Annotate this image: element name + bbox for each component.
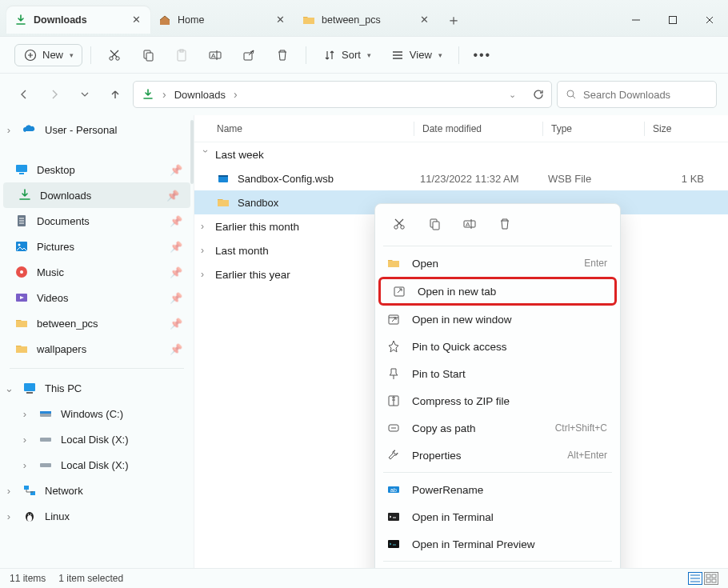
copy-button[interactable] [133,43,163,67]
sidebar-item-personal[interactable]: › User - Personal [0,117,194,142]
context-powerrename[interactable]: ab PowerRename [375,476,620,503]
home-icon [158,14,171,26]
address-row: › Downloads › ⌄ [0,74,728,115]
open-window-icon [386,312,401,326]
new-tab-button[interactable]: ＋ [442,8,466,32]
cut-icon [107,48,122,62]
context-pin-start[interactable]: Pin to Start [375,360,620,387]
terminal-preview-icon [386,537,401,551]
forward-button[interactable] [42,82,67,107]
copy-button[interactable] [420,212,449,236]
svg-rect-12 [244,53,252,60]
column-size[interactable]: Size [653,123,728,134]
svg-rect-65 [712,574,716,578]
sidebar-item-wallpapers[interactable]: wallpapers 📌 [0,336,194,362]
minimize-button[interactable] [618,6,654,34]
navigation-pane[interactable]: › User - Personal Desktop 📌 Downloads 📌 … [0,115,194,568]
sidebar-item-drive-x2[interactable]: › Local Disk (X:) [0,452,194,478]
close-button[interactable] [691,6,728,34]
column-name[interactable]: Name [217,123,414,134]
sidebar-item-drive-x1[interactable]: › Local Disk (X:) [0,426,194,452]
sidebar-item-linux[interactable]: › Linux [0,503,194,529]
sidebar-item-drive-c[interactable]: › Windows (C:) [0,401,194,426]
sidebar-item-downloads[interactable]: Downloads 📌 [3,182,190,208]
group-last-week[interactable]: › Last week [194,142,728,166]
separator [90,46,91,64]
sidebar-item-pictures[interactable]: Pictures 📌 [0,234,194,259]
tab-label: Downloads [34,14,87,26]
file-row-wsb[interactable]: Sandbox-Config.wsb 11/23/2022 11:32 AM W… [194,166,728,190]
sort-icon [322,48,337,62]
svg-point-4 [116,56,119,59]
svg-rect-6 [146,53,153,61]
view-button[interactable]: View ▾ [382,43,450,67]
cut-button[interactable] [385,212,414,236]
tab-between-pcs[interactable]: between_pcs ✕ [294,6,438,34]
address-bar[interactable]: › Downloads › ⌄ [133,81,552,108]
close-icon[interactable]: ✕ [274,14,286,26]
context-open[interactable]: Open Enter [375,250,620,277]
videos-icon [14,290,29,305]
context-compress-zip[interactable]: Compress to ZIP file [375,387,620,414]
context-open-new-window[interactable]: Open in new window [375,306,620,333]
sort-button[interactable]: Sort ▾ [314,43,379,67]
context-open-new-tab[interactable]: Open in new tab [378,277,617,306]
chevron-right-icon: › [162,88,166,101]
folder-icon [14,342,29,356]
sidebar-item-network[interactable]: › Network [0,478,194,503]
tab-downloads[interactable]: Downloads ✕ [6,6,150,34]
recent-button[interactable] [72,82,98,107]
more-button[interactable]: ••• [467,43,498,67]
sidebar-item-documents[interactable]: Documents 📌 [0,208,194,234]
copy-path-icon [386,421,401,435]
column-date[interactable]: ⌄Date modified [422,123,542,134]
svg-rect-1 [670,16,677,23]
context-pin-quick-access[interactable]: Pin to Quick access [375,333,620,360]
search-box[interactable] [557,81,717,108]
sidebar-item-between-pcs[interactable]: between_pcs 📌 [0,310,194,336]
new-label: New [42,49,63,61]
close-icon[interactable]: ✕ [130,14,142,26]
up-button[interactable] [102,82,128,107]
delete-button[interactable] [490,212,519,236]
rename-button[interactable]: A [200,43,230,67]
context-open-terminal-preview[interactable]: Open in Terminal Preview [375,530,620,558]
maximize-button[interactable] [654,6,691,34]
sidebar-item-desktop[interactable]: Desktop 📌 [0,157,194,182]
separator [458,46,459,64]
close-icon[interactable]: ✕ [418,14,430,26]
chevron-down-icon[interactable]: ⌄ [509,90,516,100]
sidebar-item-thispc[interactable]: ⌄ This PC [0,375,194,401]
pin-icon: 📌 [170,266,182,278]
refresh-button[interactable] [532,88,545,101]
thumbnails-layout-button[interactable] [704,572,718,585]
tab-home[interactable]: Home ✕ [150,6,294,34]
context-open-terminal[interactable]: Open in Terminal [375,503,620,530]
breadcrumb-segment[interactable]: Downloads [174,89,226,101]
new-button[interactable]: New ▾ [14,44,82,66]
delete-button[interactable] [267,43,298,67]
pin-icon: 📌 [170,318,182,330]
pin-icon: 📌 [170,343,182,355]
svg-point-41 [401,226,404,229]
pin-icon: 📌 [170,215,182,227]
chevron-right-icon: › [19,459,30,471]
sidebar-item-music[interactable]: Music 📌 [0,259,194,285]
context-properties[interactable]: Properties Alt+Enter [375,442,620,469]
window-controls [618,6,728,34]
chevron-right-icon: › [3,485,14,497]
search-input[interactable] [583,89,708,101]
column-type[interactable]: Type [551,123,644,134]
column-headers: Name ⌄Date modified Type Size [194,115,728,142]
cut-button[interactable] [99,43,130,67]
paste-button[interactable] [166,43,197,67]
sidebar-label: Pictures [37,241,74,253]
sidebar-item-videos[interactable]: Videos 📌 [0,285,194,310]
sidebar-label: Windows (C:) [61,408,123,420]
rename-button[interactable]: A [455,212,484,236]
back-button[interactable] [11,82,37,107]
share-button[interactable] [234,43,264,67]
context-copy-path[interactable]: Copy as path Ctrl+Shift+C [375,414,620,442]
powerrename-icon: ab [386,482,401,497]
details-layout-button[interactable] [688,572,702,585]
